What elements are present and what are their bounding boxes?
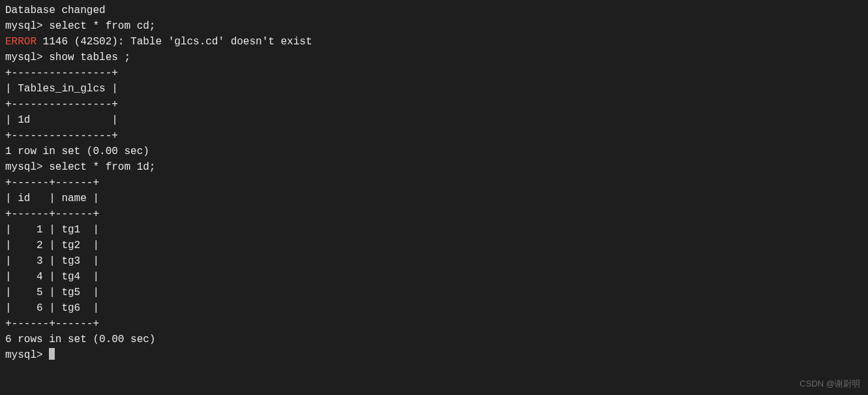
table-separator: +----------------+: [5, 65, 863, 81]
error-line: ERROR 1146 (42S02): Table 'glcs.cd' does…: [5, 34, 863, 50]
table-separator: +----------------+: [5, 128, 863, 144]
result-summary: 1 row in set (0.00 sec): [5, 144, 863, 159]
table-row: | 1d |: [5, 112, 863, 128]
error-message: 1146 (42S02): Table 'glcs.cd' doesn't ex…: [37, 36, 312, 48]
table-row: | 4 | tg4 |: [5, 269, 863, 285]
watermark: CSDN @谢尉明: [800, 377, 860, 390]
table-separator: +----------------+: [5, 97, 863, 112]
prompt-line: mysql> select * from cd;: [5, 18, 863, 34]
table-header: | Tables_in_glcs |: [5, 81, 863, 97]
table-row: | 6 | tg6 |: [5, 300, 863, 316]
table-separator: +------+------+: [5, 206, 863, 222]
table-row: | 1 | tg1 |: [5, 222, 863, 238]
prompt-line: mysql> select * from 1d;: [5, 159, 863, 175]
table-header: | id | name |: [5, 191, 863, 206]
result-summary: 6 rows in set (0.00 sec): [5, 332, 863, 347]
prompt-prefix: mysql>: [5, 349, 49, 361]
table-row: | 2 | tg2 |: [5, 238, 863, 253]
output-line: Database changed: [5, 3, 863, 18]
cursor-icon: [49, 348, 55, 360]
table-separator: +------+------+: [5, 316, 863, 332]
table-row: | 3 | tg3 |: [5, 253, 863, 269]
table-separator: +------+------+: [5, 175, 863, 191]
prompt-line: mysql> show tables ;: [5, 50, 863, 65]
error-label: ERROR: [5, 36, 37, 48]
active-prompt[interactable]: mysql>: [5, 347, 863, 363]
table-row: | 5 | tg5 |: [5, 285, 863, 300]
